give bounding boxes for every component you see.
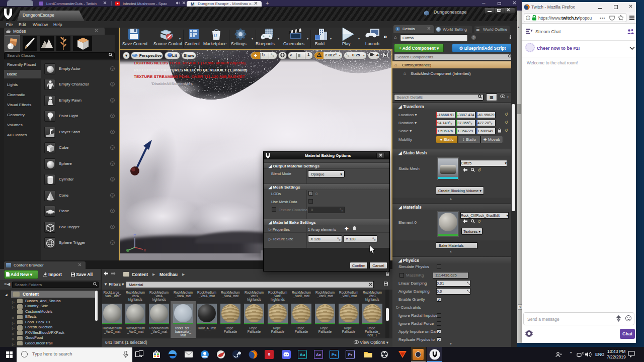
svg-text:u: u: [214, 32, 217, 38]
svg-text:x: x: [144, 248, 146, 252]
svg-text:Z: Z: [133, 233, 136, 238]
